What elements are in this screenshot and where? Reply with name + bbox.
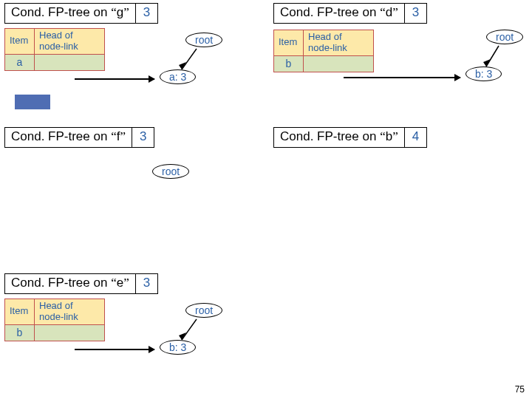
row-link (35, 324, 105, 341)
panel-d: Cond. FP-tree on “d” 3 Item Head of node… (273, 3, 532, 72)
panel-d-title: Cond. FP-tree on “d” (273, 3, 405, 24)
svg-line-4 (182, 319, 197, 340)
root-node: root (185, 33, 222, 47)
title-text: Cond. FP-tree on (280, 5, 380, 19)
panel-f-title: Cond. FP-tree on “f” (4, 127, 132, 148)
panel-b: Cond. FP-tree on “b” 4 (273, 127, 510, 148)
title-letter: d (386, 5, 392, 19)
title-letter: e (117, 276, 123, 290)
panel-e-title-row: Cond. FP-tree on “e” 3 (4, 273, 256, 294)
nodelink-arrow (344, 77, 460, 78)
title-letter: b (386, 129, 392, 143)
quote-close: ” (123, 276, 129, 290)
th-head-text: Head of node-link (308, 31, 347, 53)
panel-g-title-row: Cond. FP-tree on “g” 3 (4, 3, 256, 24)
svg-line-2 (486, 46, 499, 66)
svg-marker-3 (483, 59, 491, 66)
svg-line-0 (182, 49, 197, 69)
tree-node: a: 3 (160, 69, 196, 84)
row-item: b (274, 55, 304, 72)
th-item: Item (5, 299, 35, 325)
panel-d-title-row: Cond. FP-tree on “d” 3 (273, 3, 532, 24)
row-item: b (5, 324, 35, 341)
panel-g-count: 3 (136, 3, 158, 24)
quote-open: “ (111, 5, 117, 19)
panel-g-title: Cond. FP-tree on “g” (4, 3, 136, 24)
quote-open: “ (111, 276, 117, 290)
title-text: Cond. FP-tree on (11, 5, 111, 19)
th-head-nodelink: Head of node-link (304, 30, 374, 56)
quote-close: ” (392, 129, 398, 143)
row-link (304, 55, 374, 72)
decorative-bar (15, 95, 50, 109)
quote-close: ” (123, 5, 129, 19)
svg-marker-1 (179, 62, 186, 69)
title-text: Cond. FP-tree on (11, 129, 111, 143)
title-text: Cond. FP-tree on (11, 276, 111, 290)
svg-marker-5 (179, 332, 186, 340)
panel-g: Cond. FP-tree on “g” 3 Item Head of node… (4, 3, 256, 71)
root-node: root (152, 164, 189, 179)
root-node: root (486, 30, 523, 44)
panel-d-header-table: Item Head of node-link b (273, 30, 374, 72)
panel-b-count: 4 (405, 127, 427, 148)
title-letter: g (117, 5, 123, 19)
quote-open: “ (380, 5, 386, 19)
tree-node: b: 3 (466, 66, 502, 81)
row-link (35, 54, 105, 70)
th-head-text: Head of node-link (39, 300, 78, 322)
panel-d-count: 3 (405, 3, 427, 24)
quote-open: “ (380, 129, 386, 143)
panel-f: Cond. FP-tree on “f” 3 root (4, 127, 241, 148)
nodelink-arrow (75, 78, 154, 80)
panel-f-title-row: Cond. FP-tree on “f” 3 (4, 127, 241, 148)
panel-e-count: 3 (136, 273, 158, 294)
quote-close: ” (392, 5, 398, 19)
panel-b-title-row: Cond. FP-tree on “b” 4 (273, 127, 510, 148)
title-text: Cond. FP-tree on (280, 129, 380, 143)
nodelink-arrow (75, 349, 154, 350)
panel-f-count: 3 (132, 127, 154, 148)
th-head-nodelink: Head of node-link (35, 299, 105, 325)
panel-e-header-table: Item Head of node-link b (4, 299, 105, 341)
th-item: Item (274, 30, 304, 56)
quote-close: ” (120, 129, 126, 143)
root-node: root (185, 303, 222, 318)
panel-e: Cond. FP-tree on “e” 3 Item Head of node… (4, 273, 256, 341)
page-number: 75 (515, 384, 525, 395)
panel-e-title: Cond. FP-tree on “e” (4, 273, 136, 294)
panel-b-title: Cond. FP-tree on “b” (273, 127, 405, 148)
quote-open: “ (111, 129, 117, 143)
row-item: a (5, 54, 35, 70)
th-head-nodelink: Head of node-link (35, 29, 105, 55)
panel-g-header-table: Item Head of node-link a (4, 28, 105, 71)
th-item: Item (5, 29, 35, 55)
th-head-text: Head of node-link (39, 30, 78, 52)
tree-node: b: 3 (160, 340, 196, 355)
